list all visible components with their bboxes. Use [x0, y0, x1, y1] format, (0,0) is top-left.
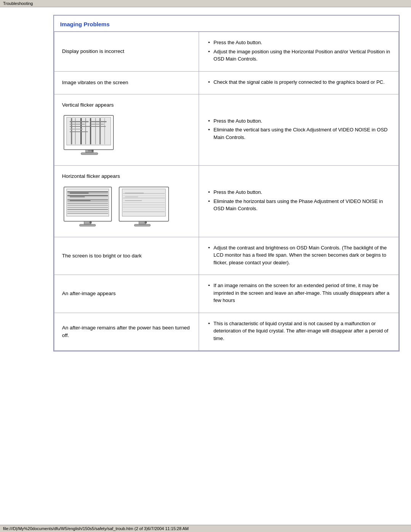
problem-cell: Image vibrates on the screen [54, 71, 199, 94]
svg-rect-57 [134, 224, 150, 226]
horizontal-flicker-image [62, 185, 191, 230]
table-row: Vertical flicker appears [54, 94, 399, 166]
solution-cell: Press the Auto button. Eliminate the ver… [199, 94, 399, 166]
solution-list: If an image remains on the screen for an… [207, 282, 391, 304]
title-bar: Troubleshooting [0, 0, 411, 7]
table-row: An after-image appears If an image remai… [54, 275, 399, 313]
svg-rect-17 [91, 126, 106, 127]
problem-text: An after-image remains after the power h… [62, 325, 190, 338]
svg-rect-10 [70, 121, 89, 122]
solution-list: Check that the signal cable is properly … [207, 78, 391, 86]
monitor-svg [62, 113, 117, 157]
svg-rect-37 [70, 197, 85, 197]
list-item: Press the Auto button. [207, 117, 391, 125]
list-item: Check that the signal cable is properly … [207, 78, 391, 86]
title-bar-label: Troubleshooting [3, 1, 33, 6]
solution-list: This is characteristic of liquid crystal… [207, 320, 391, 342]
solution-cell: Adjust the contrast and brightness on OS… [199, 237, 399, 275]
svg-rect-12 [70, 126, 91, 127]
svg-rect-15 [91, 121, 107, 122]
solution-list: Press the Auto button. Eliminate the hor… [207, 189, 391, 212]
list-item: This is characteristic of liquid crystal… [207, 320, 391, 342]
svg-rect-40 [80, 224, 96, 226]
problem-text: Vertical flicker appears [62, 102, 114, 108]
svg-rect-54 [125, 197, 138, 197]
list-item: Eliminate the vertical bars using the Cl… [207, 126, 391, 141]
list-item: Press the Auto button. [207, 189, 391, 196]
list-item: If an image remains on the screen for an… [207, 282, 391, 304]
problem-cell: The screen is too bright or too dark [54, 237, 199, 275]
solution-cell: Press the Auto button. Eliminate the hor… [199, 166, 399, 237]
solution-cell: If an image remains on the screen for an… [199, 275, 399, 313]
solution-cell: This is characteristic of liquid crystal… [199, 313, 399, 351]
svg-rect-38 [70, 200, 91, 201]
problem-cell: An after-image remains after the power h… [54, 313, 199, 351]
table-row: Display position is incorrect Press the … [54, 32, 399, 72]
svg-rect-14 [70, 131, 88, 132]
status-bar: file:///D|/My%20documents/dfu/W5/english… [0, 525, 411, 532]
table-row: An after-image remains after the power h… [54, 313, 399, 351]
list-item: Press the Auto button. [207, 39, 391, 46]
table-row: Image vibrates on the screen Check that … [54, 71, 399, 94]
svg-rect-19 [81, 153, 98, 155]
solution-list: Press the Auto button. Eliminate the ver… [207, 117, 391, 141]
problem-cell: Horizontal flicker appears [54, 166, 199, 237]
table-row: Horizontal flicker appears [54, 166, 399, 237]
section-title: Imaging Problems [54, 16, 399, 32]
problems-table: Display position is incorrect Press the … [54, 32, 399, 351]
list-item: Adjust the image position using the Hori… [207, 48, 391, 63]
list-item: Adjust the contrast and brightness on OS… [207, 244, 391, 267]
problem-text: Display position is incorrect [62, 48, 124, 54]
problem-text: An after-image appears [62, 291, 116, 296]
svg-rect-55 [125, 200, 142, 201]
svg-rect-13 [70, 129, 83, 129]
svg-rect-36 [70, 193, 89, 193]
svg-point-58 [145, 221, 147, 224]
problem-text: The screen is too bright or too dark [62, 253, 142, 259]
page-wrapper: Imaging Problems Display position is inc… [53, 15, 400, 351]
svg-rect-21 [88, 150, 91, 152]
problem-cell: Display position is incorrect [54, 32, 199, 72]
solution-list: Adjust the contrast and brightness on OS… [207, 244, 391, 267]
table-row: The screen is too bright or too dark Adj… [54, 237, 399, 275]
list-item: Eliminate the horizontal bars using the … [207, 198, 391, 212]
solution-cell: Press the Auto button. Adjust the image … [199, 32, 399, 72]
monitors-svg [62, 185, 172, 229]
problem-cell: Vertical flicker appears [54, 94, 199, 166]
svg-rect-16 [91, 124, 104, 125]
svg-rect-11 [70, 124, 85, 125]
problem-text: Image vibrates on the screen [62, 80, 128, 85]
problem-text: Horizontal flicker appears [62, 173, 120, 179]
status-url: file:///D|/My%20documents/dfu/W5/english… [3, 526, 189, 531]
svg-point-41 [89, 221, 92, 224]
solution-list: Press the Auto button. Adjust the image … [207, 39, 391, 63]
vertical-flicker-image [62, 113, 191, 158]
svg-point-20 [91, 150, 94, 152]
solution-cell: Check that the signal cable is properly … [199, 71, 399, 94]
svg-rect-53 [125, 193, 144, 193]
problem-cell: An after-image appears [54, 275, 199, 313]
main-content: Imaging Problems Display position is inc… [0, 7, 411, 359]
